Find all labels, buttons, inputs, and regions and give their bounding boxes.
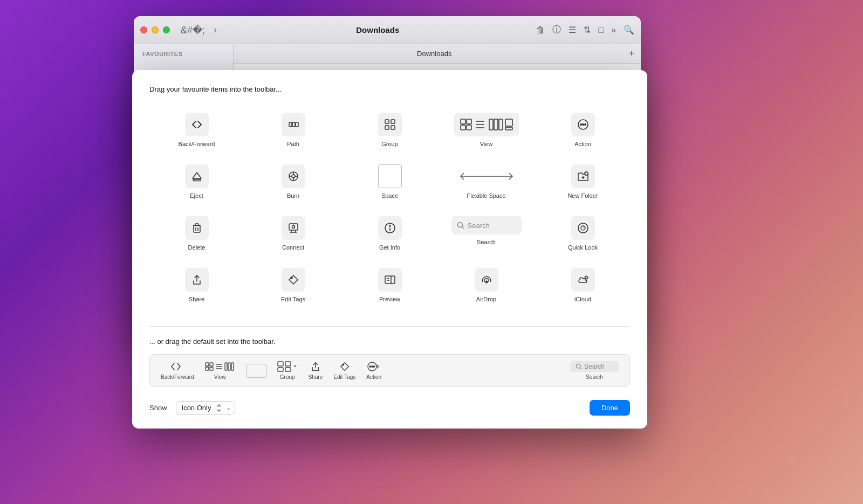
toolbar-item-connect[interactable]: Connect	[246, 210, 340, 257]
minimize-button[interactable]	[152, 26, 159, 33]
toolbar-item-space[interactable]: Space	[343, 158, 437, 205]
new-tab-button[interactable]: +	[628, 48, 634, 59]
toolbar-item-burn[interactable]: Burn	[246, 158, 340, 205]
default-space[interactable]	[246, 364, 266, 378]
svg-point-55	[583, 226, 585, 228]
toolbar-item-eject[interactable]: Eject	[149, 158, 244, 205]
svg-rect-39	[194, 225, 200, 232]
default-group[interactable]: Group	[277, 361, 298, 380]
more-icon[interactable]: »	[611, 25, 616, 35]
dialog-footer: Show Icon Only Done	[149, 400, 630, 416]
edit-tags-icon	[282, 268, 305, 292]
toolbar-item-quick-look[interactable]: Quick Look	[536, 210, 630, 257]
svg-point-46	[292, 226, 294, 229]
burn-label: Burn	[287, 192, 299, 199]
divider	[149, 326, 630, 327]
default-share[interactable]: Share	[309, 361, 323, 380]
svg-rect-19	[505, 119, 512, 126]
default-search[interactable]: Search Search	[570, 361, 619, 380]
search-icon[interactable]: 🔍	[624, 25, 634, 35]
svg-point-23	[582, 124, 584, 126]
svg-rect-72	[225, 363, 227, 370]
svg-point-51	[457, 223, 462, 227]
svg-rect-68	[210, 367, 213, 370]
svg-rect-26	[193, 179, 201, 181]
default-view-icon	[205, 361, 235, 372]
svg-rect-67	[206, 367, 209, 370]
default-group-icon	[277, 361, 298, 372]
share-icon	[185, 268, 209, 292]
list-view-icon[interactable]: ☰	[569, 25, 576, 35]
svg-rect-76	[285, 362, 291, 366]
done-button[interactable]: Done	[590, 400, 630, 416]
customize-toolbar-dialog: Drag your favourite items into the toolb…	[132, 70, 647, 429]
action-icon	[571, 113, 595, 136]
finder-nav: &#�; › Downloads 🗑 ⓘ ☰ ⇅ □ » 🔍	[179, 22, 634, 38]
toolbar-item-share[interactable]: Share	[149, 261, 244, 309]
space-label: Space	[381, 192, 398, 199]
svg-rect-20	[505, 127, 512, 130]
svg-rect-65	[206, 363, 209, 366]
toolbar-item-back-forward[interactable]: Back/Forward	[149, 106, 244, 154]
toolbar-item-airdrop[interactable]: AirDrop	[439, 261, 533, 309]
finder-toolbar-icons: 🗑 ⓘ ☰ ⇅ □ » 🔍	[536, 24, 634, 36]
search-label: Search	[477, 239, 496, 245]
preview-toggle-icon[interactable]: □	[598, 25, 604, 35]
svg-line-85	[580, 368, 581, 369]
show-select[interactable]: Icon Only	[176, 401, 236, 415]
svg-point-28	[292, 175, 295, 178]
traffic-lights	[140, 26, 170, 33]
forward-button[interactable]: ›	[211, 22, 219, 38]
toolbar-item-flexible-space[interactable]: Flexible Space	[439, 158, 533, 205]
svg-point-50	[389, 225, 391, 226]
icloud-icon	[571, 268, 595, 292]
default-back-forward[interactable]: Back/Forward	[161, 361, 194, 380]
toolbar-item-view[interactable]: View	[439, 106, 533, 154]
toolbar-item-preview[interactable]: Preview	[343, 261, 437, 309]
svg-rect-8	[391, 126, 395, 129]
group-icon	[378, 113, 402, 136]
default-toolbar-bar: Back/Forward View	[149, 354, 630, 387]
toolbar-item-get-info[interactable]: Get Info	[343, 210, 437, 257]
toolbar-item-path[interactable]: Path	[246, 106, 340, 154]
default-view[interactable]: View	[205, 361, 235, 380]
svg-point-24	[584, 124, 586, 126]
show-select-wrapper[interactable]: Icon Only	[176, 401, 236, 415]
delete-icon[interactable]: 🗑	[536, 25, 545, 35]
default-edit-tags[interactable]: Edit Tags	[333, 361, 355, 380]
dialog-instruction: Drag your favourite items into the toolb…	[149, 85, 630, 93]
group-label: Group	[381, 141, 398, 147]
svg-rect-75	[278, 362, 283, 366]
svg-rect-78	[285, 368, 291, 371]
eject-icon	[185, 164, 209, 188]
sort-icon[interactable]: ⇅	[584, 25, 591, 35]
toolbar-item-group[interactable]: Group	[343, 106, 437, 154]
finder-titlebar: &#�; › Downloads 🗑 ⓘ ☰ ⇅ □ » 🔍	[134, 16, 641, 44]
svg-line-52	[462, 227, 464, 229]
toolbar-item-search[interactable]: Search Search	[439, 210, 533, 257]
toolbar-item-delete[interactable]: Delete	[149, 210, 244, 257]
svg-rect-57	[385, 276, 395, 284]
svg-point-61	[485, 281, 488, 284]
info-icon[interactable]: ⓘ	[552, 24, 561, 36]
toolbar-item-new-folder[interactable]: New Folder	[536, 158, 630, 205]
toolbar-item-icloud[interactable]: iCloud	[536, 261, 630, 309]
default-edit-tags-icon	[339, 361, 350, 372]
default-action[interactable]: Action	[366, 361, 381, 380]
svg-point-83	[374, 366, 375, 367]
delete-label: Delete	[188, 244, 206, 251]
toolbar-item-edit-tags[interactable]: Edit Tags	[246, 261, 340, 309]
get-info-label: Get Info	[379, 244, 400, 251]
back-forward-label: Back/Forward	[179, 141, 215, 147]
svg-rect-6	[391, 120, 395, 123]
toolbar-item-action[interactable]: Action	[536, 106, 630, 154]
sidebar-favourites-label: Favourites	[134, 44, 233, 59]
back-button[interactable]: &#�;	[179, 22, 207, 38]
connect-label: Connect	[282, 244, 304, 251]
maximize-button[interactable]	[163, 26, 170, 33]
svg-rect-11	[461, 125, 465, 130]
finder-tab-downloads[interactable]: Downloads	[240, 50, 628, 58]
close-button[interactable]	[140, 26, 147, 33]
svg-rect-74	[231, 363, 234, 370]
show-value: Icon Only	[182, 404, 211, 412]
